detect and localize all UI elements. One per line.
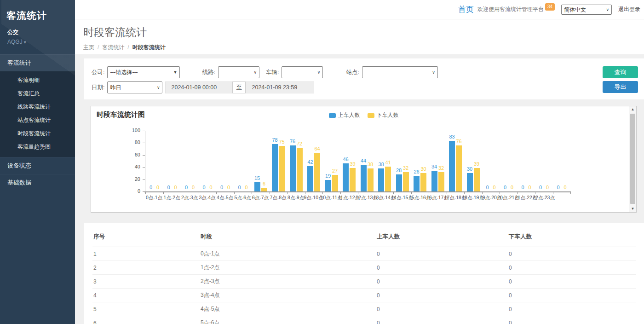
date-start-input[interactable]: 2024-01-09 00:00 (165, 81, 232, 93)
bar-value-label: 0 (521, 185, 524, 190)
language-select[interactable]: 简体中文 (561, 5, 612, 15)
scroll-up-icon[interactable]: ▲ (629, 106, 636, 113)
company-select[interactable]: ---请选择--- (107, 66, 180, 78)
x-axis-label: 1点-2点 (163, 195, 180, 201)
x-axis-label: 5点-6点 (234, 195, 251, 201)
hourly-flow-table: 序号时段上车人数下车人数 10点-1点0021点-2点0032点-3点0043点… (92, 229, 636, 324)
sidebar: 客流统计 公交 AQGJ▾ 客流统计 客流明细客流汇总线路客流统计站点客流统计时… (0, 0, 75, 324)
table-cell: 1 (92, 247, 200, 261)
caret-down-icon: ▾ (24, 40, 26, 45)
logout-link[interactable]: 退出登录 (618, 6, 640, 13)
sidebar-section-other-1[interactable]: 基础数据 (0, 174, 75, 191)
bar-value-label: 0 (486, 185, 489, 190)
bar-group: 343216点-17点 (429, 131, 447, 191)
bar (438, 172, 444, 191)
scroll-down-icon[interactable]: ▼ (629, 206, 636, 212)
date-preset-select[interactable]: 昨日 (107, 81, 162, 93)
bar-value-label: 0 (150, 185, 152, 190)
bar-value-label: 0 (546, 185, 549, 190)
bar-value-label: 76 (456, 139, 461, 144)
chart-title: 时段车流统计图 (97, 110, 145, 119)
table-header-cell: 下车人数 (508, 229, 636, 247)
table-cell: 3点-4点 (200, 289, 376, 302)
org-code-label: AQGJ (7, 39, 23, 45)
bar-group: 001点-2点 (163, 131, 181, 191)
bar (314, 153, 320, 191)
line-label: 线路: (202, 69, 215, 76)
org-code-dropdown[interactable]: AQGJ▾ (0, 37, 75, 52)
sidebar-subitem-3[interactable]: 站点客流统计 (0, 114, 75, 127)
sidebar-section-other-0[interactable]: 设备状态 (0, 157, 75, 174)
welcome-text: 欢迎使用客流统计管理平台 (477, 6, 544, 13)
bar-group: 78757点-8点 (270, 131, 288, 191)
date-end-input[interactable]: 2024-01-09 23:59 (246, 81, 314, 93)
sidebar-section-passenger-stats[interactable]: 客流统计 (0, 54, 75, 71)
sidebar-subitem-0[interactable]: 客流明细 (0, 74, 75, 87)
breadcrumb-home[interactable]: 主页 (83, 44, 94, 51)
station-select-wrapper: ∨ (362, 66, 438, 78)
legend-alighting[interactable]: 下车人数 (368, 111, 399, 119)
table-cell: 0 (508, 247, 636, 261)
x-axis-tick (216, 192, 217, 194)
bar-value-label: 42 (307, 159, 313, 165)
bar-value-label: 0 (238, 185, 241, 190)
sidebar-subitem-5[interactable]: 客流量趋势图 (0, 140, 75, 154)
breadcrumb-section[interactable]: 客流统计 (102, 44, 124, 51)
bar-value-label: 30 (420, 166, 426, 172)
bar (414, 176, 420, 191)
bar-value-label: 0 (227, 185, 230, 190)
table-cell: 5 (92, 302, 200, 316)
table-cell: 0 (376, 289, 508, 302)
legend-boarding[interactable]: 上车人数 (329, 111, 360, 119)
x-axis-tick (535, 192, 535, 194)
bar-value-label: 6 (263, 181, 265, 186)
bar-value-label: 0 (167, 185, 170, 190)
bar (332, 175, 338, 191)
bar (261, 188, 267, 191)
chart-legend: 上车人数 下车人数 (329, 111, 399, 119)
site-title[interactable]: 客流统计 (0, 0, 75, 28)
bar (325, 180, 331, 191)
table-cell: 0 (508, 289, 636, 302)
bar-value-label: 44 (361, 158, 366, 163)
bar (456, 145, 462, 191)
legend-swatch-yellow (368, 113, 374, 118)
bar-value-label: 76 (290, 139, 295, 144)
vehicle-select[interactable] (282, 66, 323, 78)
x-axis-tick (358, 192, 358, 194)
bar (343, 163, 349, 191)
table-row: 21点-2点00 (92, 261, 636, 275)
x-axis-tick (482, 192, 483, 194)
y-axis-label: 40 (135, 164, 140, 169)
table-cell: 0 (376, 261, 508, 275)
x-axis-tick (234, 192, 235, 194)
bar-value-label: 38 (378, 162, 384, 167)
bar-group: 1566点-7点 (252, 131, 270, 191)
table-cell: 0 (508, 302, 636, 316)
bar-group: 76728点-9点 (287, 131, 305, 191)
bar-value-label: 38 (368, 162, 373, 167)
station-select[interactable] (362, 66, 438, 78)
table-body: 10点-1点0021点-2点0032点-3点0043点-4点0054点-5点00… (92, 247, 636, 324)
x-axis-tick (181, 192, 181, 194)
query-button[interactable]: 查询 (603, 66, 638, 78)
export-button[interactable]: 导出 (603, 81, 638, 93)
scrollbar-thumb[interactable] (630, 114, 635, 204)
bar-value-label: 27 (332, 168, 338, 174)
company-label: 公司: (92, 69, 104, 76)
sidebar-subitem-2[interactable]: 线路客流统计 (0, 100, 75, 114)
date-label: 日期: (92, 84, 104, 92)
bar-value-label: 39 (474, 161, 479, 167)
language-select-wrapper: 简体中文 ∨ (561, 5, 612, 15)
bar-group: 0020点-21点 (500, 131, 518, 191)
bar-value-label: 19 (325, 173, 331, 179)
bar-value-label: 39 (350, 161, 355, 167)
breadcrumb-current: 时段客流统计 (132, 44, 166, 51)
table-cell: 2 (92, 261, 200, 275)
x-axis-tick (429, 192, 429, 194)
chart-scrollbar[interactable]: ▲ ▼ (629, 106, 636, 212)
sidebar-subitem-1[interactable]: 客流汇总 (0, 87, 75, 100)
home-link[interactable]: 首页 (458, 4, 474, 15)
line-select[interactable] (218, 66, 259, 78)
sidebar-subitem-4[interactable]: 时段客流统计 (0, 127, 75, 140)
